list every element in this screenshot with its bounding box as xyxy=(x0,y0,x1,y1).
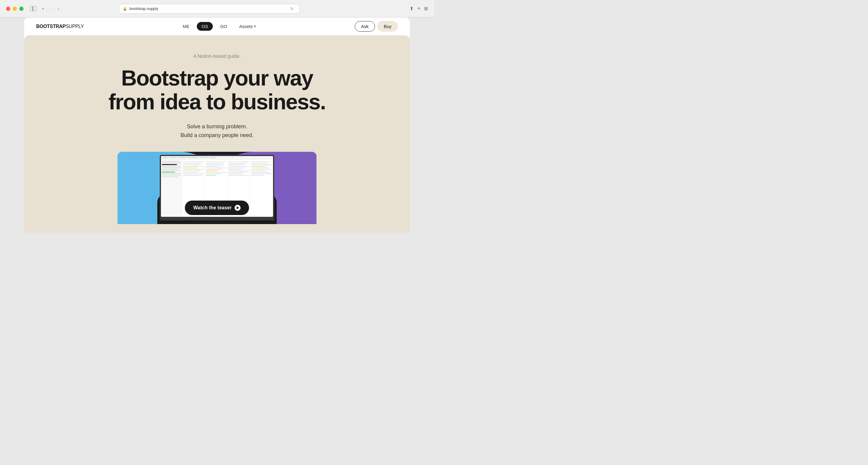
page-wrapper: BOOTSTRAPSUPPLY ME OS GO Assets ▾ Ask Bu… xyxy=(24,18,410,232)
browser-controls: ▾ ‹ › xyxy=(28,5,61,13)
hero-title-line2: from idea to business. xyxy=(108,90,326,114)
nav-link-go[interactable]: GO xyxy=(215,22,232,31)
nav-link-os[interactable]: OS xyxy=(197,22,213,31)
nav-links: ME OS GO Assets ▾ xyxy=(178,22,261,31)
nav-link-assets[interactable]: Assets ▾ xyxy=(235,22,261,31)
browser-right-controls: ⬆ + ⊞ xyxy=(410,5,428,12)
forward-button[interactable]: › xyxy=(56,5,61,13)
nav-actions: Ask Buy xyxy=(355,21,398,32)
product-preview: Watch the teaser xyxy=(118,152,316,224)
buy-button[interactable]: Buy xyxy=(377,21,398,32)
url-text: bootstrap.supply xyxy=(130,6,158,11)
sidebar-toggle-button[interactable] xyxy=(28,5,38,12)
hero-desc-line1: Solve a burning problem. xyxy=(187,124,247,130)
browser-chrome: ▾ ‹ › 🔒 bootstrap.supply ↻ ⬆ + ⊞ xyxy=(0,0,434,18)
chevron-down-icon: ▾ xyxy=(254,24,256,28)
back-button[interactable]: ‹ xyxy=(48,5,53,13)
svg-rect-0 xyxy=(30,6,33,11)
close-button[interactable] xyxy=(6,7,10,11)
minimize-button[interactable] xyxy=(13,7,17,11)
share-icon[interactable]: ⬆ xyxy=(410,6,413,11)
logo-regular: SUPPLY xyxy=(66,24,84,29)
traffic-lights xyxy=(6,7,24,11)
refresh-button[interactable]: ↻ xyxy=(288,5,296,12)
tabs-icon[interactable]: ⊞ xyxy=(424,6,428,11)
address-bar[interactable]: 🔒 bootstrap.supply ↻ xyxy=(119,4,300,13)
hero-desc-line2: Build a company people need. xyxy=(181,132,253,138)
lock-icon: 🔒 xyxy=(123,7,127,11)
watch-teaser-label: Watch the teaser xyxy=(193,205,231,210)
watch-teaser-button[interactable]: Watch the teaser xyxy=(185,201,249,215)
navigation: BOOTSTRAPSUPPLY ME OS GO Assets ▾ Ask Bu… xyxy=(24,18,410,36)
maximize-button[interactable] xyxy=(19,7,24,11)
chevron-down-icon[interactable]: ▾ xyxy=(40,5,46,12)
hero-description: Solve a burning problem. Build a company… xyxy=(36,122,398,140)
hero-title-line1: Bootstrap your way xyxy=(121,66,313,90)
hero-subtitle: A Notion-based guide. xyxy=(36,54,398,59)
play-icon xyxy=(235,205,241,211)
svg-rect-1 xyxy=(33,6,36,11)
logo-bold: BOOTSTRAP xyxy=(36,24,66,29)
hero-title: Bootstrap your way from idea to business… xyxy=(36,66,398,114)
assets-label: Assets xyxy=(239,24,253,29)
ask-button[interactable]: Ask xyxy=(355,21,375,32)
hero-section: A Notion-based guide. Bootstrap your way… xyxy=(24,36,410,232)
nav-logo: BOOTSTRAPSUPPLY xyxy=(36,24,84,29)
new-tab-icon[interactable]: + xyxy=(417,5,421,12)
nav-link-me[interactable]: ME xyxy=(178,22,194,31)
